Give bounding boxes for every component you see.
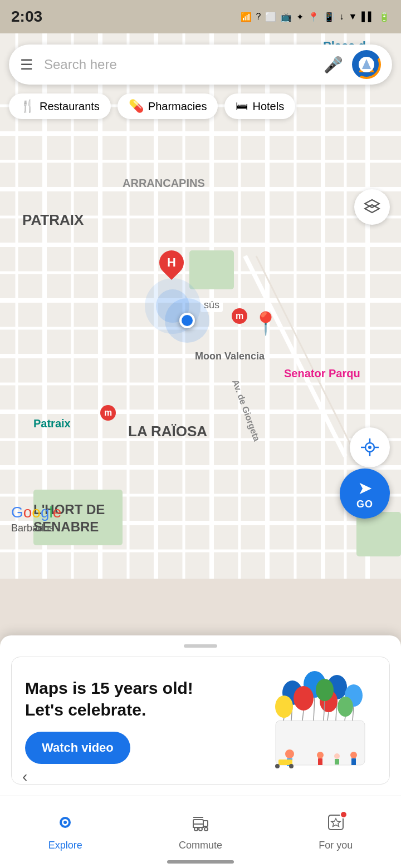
svg-rect-85 bbox=[203, 821, 208, 826]
google-o1: o bbox=[23, 504, 32, 521]
vibrate-icon: 📳 bbox=[324, 12, 335, 22]
svg-point-88 bbox=[204, 827, 208, 831]
go-button[interactable]: ➤ GO bbox=[340, 468, 390, 519]
google-o2: o bbox=[32, 504, 41, 521]
signal-icon: 📶 bbox=[241, 12, 252, 22]
pharmacies-icon: 💊 bbox=[129, 99, 144, 114]
promo-image bbox=[242, 670, 376, 771]
status-time: 2:03 bbox=[11, 8, 42, 26]
svg-rect-34 bbox=[189, 250, 234, 289]
avatar-logo bbox=[354, 52, 379, 77]
menu-icon[interactable]: ☰ bbox=[20, 56, 33, 73]
svg-rect-76 bbox=[335, 759, 339, 765]
layers-button[interactable] bbox=[354, 189, 390, 225]
nav-explore[interactable]: Explore bbox=[32, 807, 99, 857]
location-pin-icon: 📍 bbox=[308, 12, 319, 22]
screenshot-icon: ⬜ bbox=[265, 12, 276, 22]
svg-line-61 bbox=[327, 712, 329, 721]
commute-label: Commute bbox=[179, 840, 222, 851]
google-logo: Google Barbados bbox=[11, 504, 61, 534]
google-subtext: Barbados bbox=[11, 522, 61, 534]
jesus-metro-marker: m bbox=[232, 308, 247, 324]
cast-icon: 📺 bbox=[281, 12, 292, 22]
svg-rect-36 bbox=[356, 512, 401, 556]
explore-label: Explore bbox=[48, 840, 82, 851]
svg-rect-83 bbox=[193, 824, 203, 827]
svg-marker-41 bbox=[365, 200, 379, 208]
hotels-label: Hotels bbox=[252, 100, 284, 113]
location-pin-marker: 📍 bbox=[252, 310, 280, 337]
patraix-metro-marker: m bbox=[100, 405, 116, 421]
svg-point-77 bbox=[350, 752, 357, 758]
google-g: G bbox=[11, 504, 23, 521]
balloons-illustration bbox=[242, 670, 376, 771]
for-you-label: For you bbox=[319, 840, 353, 851]
battery-icon: 🔋 bbox=[379, 12, 390, 22]
watch-video-button[interactable]: Watch video bbox=[25, 732, 130, 764]
svg-point-86 bbox=[194, 827, 198, 831]
category-chips: 🍴 Restaurants 💊 Pharmacies 🛏 Hotels bbox=[9, 93, 295, 119]
pharmacies-label: Pharmacies bbox=[148, 100, 207, 113]
bottom-sheet: Maps is 15 years old! Let's celebrate. W… bbox=[0, 635, 401, 796]
promo-text: Maps is 15 years old! Let's celebrate. W… bbox=[25, 677, 231, 764]
svg-line-53 bbox=[314, 698, 315, 721]
restaurants-icon: 🍴 bbox=[20, 99, 35, 114]
nav-for-you[interactable]: For you bbox=[302, 807, 369, 857]
svg-point-66 bbox=[338, 697, 353, 717]
promo-card: Maps is 15 years old! Let's celebrate. W… bbox=[11, 657, 390, 785]
svg-point-73 bbox=[317, 752, 324, 758]
svg-marker-42 bbox=[365, 205, 379, 213]
svg-line-63 bbox=[283, 718, 284, 721]
svg-point-87 bbox=[199, 827, 202, 831]
pharmacies-chip[interactable]: 💊 Pharmacies bbox=[118, 93, 218, 119]
restaurants-label: Restaurants bbox=[40, 100, 100, 113]
go-label: GO bbox=[356, 499, 373, 510]
question-icon: ? bbox=[256, 12, 261, 22]
status-icons: 📶 ? ⬜ 📺 ✦ 📍 📳 ↓ ▼ ▌▌ 🔋 bbox=[241, 12, 390, 22]
avatar[interactable] bbox=[352, 50, 381, 79]
wifi-signal-icon: ▼ bbox=[348, 12, 357, 22]
svg-point-62 bbox=[275, 696, 293, 718]
promo-title: Maps is 15 years old! Let's celebrate. bbox=[25, 677, 231, 721]
svg-line-67 bbox=[345, 717, 345, 721]
map-view[interactable]: ☰ Search here 🎤 🍴 Restaurants 💊 Pharmaci… bbox=[0, 33, 401, 579]
layers-icon bbox=[363, 198, 382, 216]
svg-line-59 bbox=[302, 711, 304, 721]
svg-point-81 bbox=[63, 821, 67, 824]
google-g2: g bbox=[41, 504, 50, 521]
restaurants-chip[interactable]: 🍴 Restaurants bbox=[9, 93, 111, 119]
bluetooth-icon: ✦ bbox=[296, 12, 304, 22]
svg-point-71 bbox=[275, 764, 280, 768]
for-you-icon bbox=[326, 813, 345, 836]
commute-icon bbox=[191, 813, 210, 836]
svg-marker-90 bbox=[331, 818, 340, 827]
go-arrow-icon: ➤ bbox=[358, 477, 373, 499]
svg-point-68 bbox=[285, 749, 294, 758]
svg-point-44 bbox=[368, 446, 371, 449]
svg-point-75 bbox=[334, 753, 340, 759]
explore-icon bbox=[56, 813, 75, 836]
hotels-icon: 🛏 bbox=[236, 99, 248, 114]
mic-icon[interactable]: 🎤 bbox=[324, 56, 343, 74]
my-location-button[interactable] bbox=[350, 427, 390, 467]
svg-rect-78 bbox=[351, 758, 356, 765]
hotels-chip[interactable]: 🛏 Hotels bbox=[224, 93, 295, 119]
back-button[interactable]: ‹ bbox=[22, 768, 27, 786]
bottom-nav: Explore Commute For you bbox=[0, 796, 401, 868]
for-you-badge bbox=[340, 811, 348, 818]
svg-point-64 bbox=[316, 679, 334, 701]
signal-bars-icon: ▌▌ bbox=[361, 12, 374, 22]
wifi-icon: ↓ bbox=[339, 12, 344, 22]
google-e: e bbox=[53, 504, 62, 521]
search-bar[interactable]: ☰ Search here 🎤 bbox=[9, 45, 392, 85]
home-indicator bbox=[167, 860, 234, 864]
svg-rect-74 bbox=[318, 758, 322, 765]
nav-commute[interactable]: Commute bbox=[162, 807, 239, 857]
svg-point-72 bbox=[289, 764, 294, 768]
crosshair-icon bbox=[360, 437, 380, 457]
sheet-handle bbox=[184, 644, 217, 648]
hotel-marker: H bbox=[159, 250, 184, 275]
search-placeholder[interactable]: Search here bbox=[44, 57, 324, 72]
svg-point-58 bbox=[294, 686, 314, 711]
status-bar: 2:03 📶 ? ⬜ 📺 ✦ 📍 📳 ↓ ▼ ▌▌ 🔋 bbox=[0, 0, 401, 33]
